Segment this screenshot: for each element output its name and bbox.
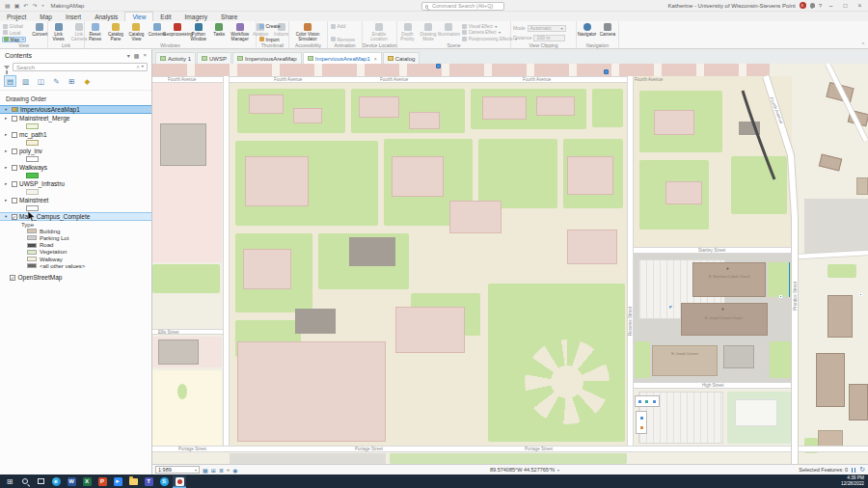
tree-item-layer[interactable]: ▸ Mainstreet_Merge [0,114,151,122]
project-icon[interactable]: ▤ [5,2,11,9]
taskbar-app-zoom[interactable]: ► [111,475,124,488]
close-button[interactable]: × [854,2,865,9]
refresh-icon[interactable]: ↻ [859,466,865,474]
start-button[interactable]: ⊞ [3,475,16,488]
view-tab-catalog[interactable]: Catalog [383,52,420,64]
depth-priority-button[interactable]: Depth Priority [399,22,416,42]
tree-item-basemap[interactable]: OpenStreetMap [0,273,151,282]
tree-item-layer[interactable]: ▸ Mainstreet [0,196,151,204]
taskbar-clock[interactable]: 4:39 PM 12/28/2022 [841,475,868,487]
layer-checkbox[interactable] [12,116,17,122]
tab-share[interactable]: Share [214,13,244,22]
redo-icon[interactable]: ↷ [32,2,37,9]
legend-swatch[interactable] [27,257,37,261]
local-button[interactable]: Local [2,30,26,36]
tab-map[interactable]: Map [33,13,59,22]
legend-swatch[interactable] [27,263,37,268]
tree-item-layer[interactable]: ▸ UWSP_Infrastru [0,179,151,188]
color-vision-simulator-button[interactable]: Color Vision Simulator [291,22,324,42]
extent-icon[interactable]: ⊞ [211,467,216,474]
expander-icon[interactable]: ▸ [5,149,9,153]
tree-item-layer-selected[interactable]: ▾ Main_Campus_Complete [0,212,151,221]
taskbar-search-button[interactable] [18,475,32,488]
tab-analysis[interactable]: Analysis [88,13,124,22]
taskbar-app-word[interactable]: W [65,475,78,488]
list-by-editing-button[interactable]: ✎ [50,75,63,87]
taskbar-app-powerpoint[interactable]: P [95,475,109,488]
view-tab-imperviousareamap1[interactable]: ImperviousAreaMap1× [303,52,382,64]
layer-symbol[interactable] [26,156,39,162]
tab-view[interactable]: View [124,12,153,22]
expander-icon[interactable]: ▾ [5,107,9,112]
expander-icon[interactable]: ▸ [5,116,9,121]
camera-button[interactable]: Camera [599,22,615,42]
tab-insert[interactable]: Insert [59,13,88,22]
layer-checkbox[interactable] [12,198,17,203]
add-bookmark-icon[interactable]: + [227,467,231,474]
layers-icon[interactable]: ≣ [219,467,224,474]
legend-swatch[interactable] [27,250,37,255]
view-tab-activity1[interactable]: Activity 1 [155,52,196,64]
pause-drawing-icon[interactable] [852,468,855,473]
animation-add-button[interactable]: Add [330,23,356,29]
create-thumbnail-button[interactable]: Create [258,23,282,29]
pane-close-icon[interactable]: × [143,52,147,59]
list-by-labeling-button[interactable]: ◆ [81,75,94,87]
expander-icon[interactable]: ▾ [5,214,9,219]
undo-icon[interactable]: ↶ [23,2,28,9]
grid-icon[interactable]: ▦ [203,467,208,474]
layer-symbol[interactable] [26,123,39,129]
geoprocessing-button[interactable]: Geoprocessing [170,22,186,42]
enable-location-button[interactable]: Enable Location [365,22,393,42]
taskbar-app-excel[interactable]: X [80,475,94,488]
help-icon[interactable]: ? [819,3,822,9]
expander-icon[interactable]: ▸ [5,165,9,170]
close-tab-icon[interactable]: × [374,56,377,62]
convert-button[interactable]: Convert [30,22,49,42]
layer-symbol[interactable] [26,140,39,146]
tasks-button[interactable]: Tasks [211,22,228,42]
visual-effect-button[interactable]: Visual Effect▾ [461,23,511,29]
illumination-button[interactable]: Illumination [441,22,457,42]
map-coordinates[interactable]: 89.574085°W 44.527765°N▾ [490,467,559,473]
basemap-checkbox[interactable] [10,275,15,281]
avatar[interactable]: K [800,2,806,9]
maximize-button[interactable]: □ [840,2,851,9]
tree-item-layer[interactable]: ▸ poly_inv [0,147,151,155]
layer-symbol[interactable] [26,173,39,178]
pane-pin-icon[interactable]: ▩ [134,52,140,59]
taskbar-app-arcgis-pro[interactable] [173,475,186,488]
clipping-distance-input[interactable]: 100 m [533,35,565,42]
camera-effect-button[interactable]: Camera Effect▾ [461,30,511,36]
contents-search-input[interactable]: Search ⌕ ▾ [13,63,148,71]
signed-in-user[interactable]: Katherine - University of Wisconsin-Stev… [668,3,796,9]
taskbar-app-teams[interactable]: T [142,475,155,488]
expander-icon[interactable]: ▸ [5,198,9,203]
selected-features-count[interactable]: Selected Features: 0 [799,467,848,473]
layer-checkbox[interactable] [12,165,17,171]
list-by-snapping-button[interactable]: ⊞ [66,75,78,87]
python-window-button[interactable]: Python Window [190,22,206,42]
tree-item-map[interactable]: ▾ ImperviousAreaMap1 [0,105,151,114]
layer-checkbox[interactable] [12,181,17,187]
link-views-button[interactable]: Link Views [50,22,67,42]
command-search-input[interactable]: Command Search (Alt+Q) [421,2,504,11]
save-icon[interactable]: ▣ [14,2,20,9]
minimize-button[interactable]: – [826,2,836,9]
qat-dropdown-icon[interactable]: ▾ [41,3,43,8]
taskbar-app-skype[interactable]: S [157,475,171,488]
layer-symbol[interactable] [26,189,39,195]
list-by-drawing-order-button[interactable]: ▤ [4,75,16,87]
legend-swatch[interactable] [27,235,37,240]
taskbar-app-file-explorer[interactable] [126,475,140,488]
filter-icon[interactable] [4,66,10,69]
pane-menu-icon[interactable]: ▾ [127,52,130,59]
map-scale-select[interactable]: 1:989▾ [155,466,200,474]
tree-item-layer[interactable]: ▸ mc_path1 [0,130,151,139]
view-tab-imperviousareamap[interactable]: ImperviousAreaMap [232,52,302,64]
list-by-data-source-button[interactable]: ▥ [19,75,32,87]
legend-swatch[interactable] [27,243,37,248]
task-view-button[interactable] [34,475,47,488]
expander-icon[interactable]: ▸ [5,181,9,186]
navigator-button[interactable]: Navigator [579,22,595,42]
